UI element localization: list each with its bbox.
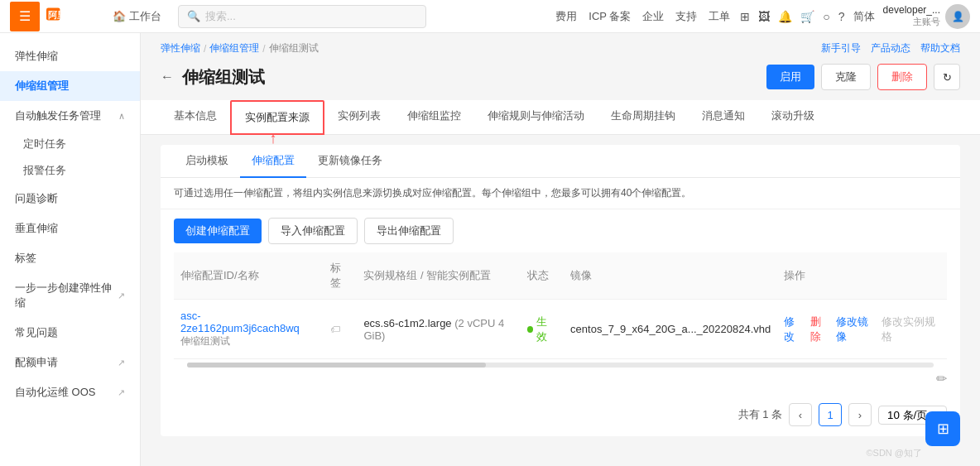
search-bar[interactable]: 🔍 搜索... [178,5,426,28]
product-updates-link[interactable]: 产品动态 [871,41,910,55]
sidebar-item-alarm[interactable]: 报警任务 [0,157,140,184]
main-content: 弹性伸缩 / 伸缩组管理 / 伸缩组测试 新手引导 产品动态 帮助文档 ← 伸缩… [141,33,980,466]
sidebar-item-diagnosis[interactable]: 问题诊断 [0,184,140,214]
col-tag: 标签 [324,252,357,300]
help-docs-link[interactable]: 帮助文档 [920,41,960,55]
tab-notifications[interactable]: 消息通知 [689,100,758,135]
nav-link-icp[interactable]: ICP 备案 [588,9,631,24]
tab-launch-template[interactable]: 启动模板 [174,145,240,178]
newbie-guide-link[interactable]: 新手引导 [821,41,861,55]
nav-link-ticket[interactable]: 工单 [709,9,730,24]
horizontal-scrollbar[interactable] [187,363,934,368]
cell-spec: ecs.s6-c1m2.large (2 vCPU 4 GiB) [357,300,520,359]
refresh-button[interactable]: ↻ [934,64,960,90]
sidebar-item-scaling-group[interactable]: 伸缩组管理 [0,71,140,101]
op-update-image[interactable]: 修改镜像 [836,315,875,344]
sidebar-item-guide[interactable]: 一步一步创建弹性伸缩 ↗ [0,273,140,318]
page-title-area: ← 伸缩组测试 [161,66,265,89]
edit-float-icon[interactable]: ✏ [936,371,947,387]
table-header-row: 伸缩配置ID/名称 标签 实例规格组 / 智能实例配置 状态 镜像 操作 [174,252,947,300]
sidebar-sub-label: 定时任务 [23,137,66,150]
tab-update-image-task[interactable]: 更新镜像任务 [306,145,394,178]
sidebar-item-oos[interactable]: 自动化运维 OOS ↗ [0,377,140,407]
workspace-link[interactable]: 🏠 工作台 [109,9,161,24]
circle-icon[interactable]: ○ [823,10,829,23]
search-icon: 🔍 [187,10,200,22]
language-label[interactable]: 简体 [853,9,875,24]
hamburger-menu[interactable]: ☰ [10,2,40,31]
tab-instance-config-source[interactable]: 实例配置来源 [230,100,324,135]
op-edit[interactable]: 修改 [784,315,804,344]
tab-lifecycle-hooks[interactable]: 生命周期挂钩 [598,100,689,135]
external-link-icon: ↗ [118,358,125,368]
tab-instance-list[interactable]: 实例列表 [324,100,394,135]
tab-label: 伸缩配置 [252,154,295,166]
cell-image: centos_7_9_x64_20G_a..._20220824.vhd [564,300,777,359]
clone-button[interactable]: 克隆 [821,64,871,90]
image-icon[interactable]: 🖼 [758,10,770,23]
tab-scaling-config[interactable]: 伸缩配置 ↑ [240,145,306,178]
back-button[interactable]: ← [161,70,174,84]
col-image: 镜像 [564,252,777,300]
spec-label: ecs.s6-c1m2.large [363,317,451,329]
search-placeholder: 搜索... [205,9,236,24]
status-badge: 生效 [527,315,557,344]
sidebar-item-faq[interactable]: 常见问题 [0,318,140,348]
external-link-icon: ↗ [118,291,125,301]
logo-text: 阿里云 [46,4,96,28]
page-actions: 启用 克隆 删除 ↻ [766,64,960,90]
tab-scaling-rules[interactable]: 伸缩规则与伸缩活动 [474,100,598,135]
fab-button[interactable]: ⊞ [925,411,960,446]
enable-button[interactable]: 启用 [766,65,814,89]
cart-icon[interactable]: 🛒 [800,10,814,23]
prev-page-button[interactable]: ‹ [789,403,812,426]
grid-icon[interactable]: ⊞ [740,10,750,23]
op-delete[interactable]: 删除 [810,315,830,344]
sidebar-item-label: 配额申请 [15,355,58,370]
edit-float-area: ✏ [161,371,960,393]
main-layout: 弹性伸缩 伸缩组管理 自动触发任务管理 ∧ 定时任务 报警任务 问题诊断 垂直伸… [0,33,980,466]
breadcrumb-actions: 新手引导 产品动态 帮助文档 [821,41,960,55]
breadcrumb-item-1[interactable]: 伸缩组管理 [209,41,259,55]
help-icon[interactable]: ? [838,10,845,23]
sidebar-item-label: 弹性伸缩 [15,49,58,64]
next-page-button[interactable]: › [848,403,872,426]
nav-link-fee[interactable]: 费用 [555,9,577,24]
create-scaling-config-button[interactable]: 创建伸缩配置 [174,219,262,243]
info-text: 可通过选用任一伸缩配置，将组内实例信息来源切换成对应伸缩配置。每个伸缩组中，您最… [174,187,691,199]
page-header: ← 伸缩组测试 启用 克隆 删除 ↻ [141,60,980,100]
status-text: 生效 [536,315,557,344]
cell-ops: 修改 删除 修改镜像 修改实例规格 [777,300,947,359]
tab-rolling-upgrade[interactable]: 滚动升级 [758,100,828,135]
sidebar-item-vertical-scaling[interactable]: 垂直伸缩 [0,214,140,243]
sidebar-item-scheduled[interactable]: 定时任务 [0,131,140,157]
total-label: 共有 1 条 [738,407,782,422]
tab-monitoring[interactable]: 伸缩组监控 [394,100,474,135]
tag-icon[interactable]: 🏷 [330,324,340,335]
nav-link-enterprise[interactable]: 企业 [642,9,664,24]
sidebar-item-elastic[interactable]: 弹性伸缩 [0,41,140,71]
bell-icon[interactable]: 🔔 [778,10,792,23]
avatar[interactable]: 👤 [945,4,970,29]
sidebar-item-tags[interactable]: 标签 [0,243,140,273]
breadcrumb-item-0[interactable]: 弹性伸缩 [161,41,200,55]
breadcrumb-sep-0: / [204,43,206,55]
user-menu[interactable]: developer_... 主账号 👤 [883,4,970,29]
export-scaling-config-button[interactable]: 导出伸缩配置 [364,218,454,244]
import-scaling-config-button[interactable]: 导入伸缩配置 [268,218,358,244]
sidebar-item-auto-trigger[interactable]: 自动触发任务管理 ∧ [0,101,140,131]
watermark: ©SDN @知了 [866,447,922,459]
tab-basic-info[interactable]: 基本信息 [161,100,230,135]
sidebar-item-label: 一步一步创建弹性伸缩 [15,281,118,310]
op-update-spec[interactable]: 修改实例规格 [882,315,940,344]
sidebar-item-quota[interactable]: 配额申请 ↗ [0,348,140,377]
cell-status: 生效 [521,300,564,359]
col-status: 状态 [521,252,564,300]
fab-icon: ⊞ [937,420,949,438]
config-id-link[interactable]: asc-2ze1162pum3j6cach8wq [180,310,300,334]
sidebar-item-label: 常见问题 [15,325,58,340]
delete-button[interactable]: 删除 [877,64,927,90]
page-1-button[interactable]: 1 [819,403,842,426]
nav-link-support[interactable]: 支持 [675,9,697,24]
sidebar-item-label: 伸缩组管理 [15,79,69,94]
